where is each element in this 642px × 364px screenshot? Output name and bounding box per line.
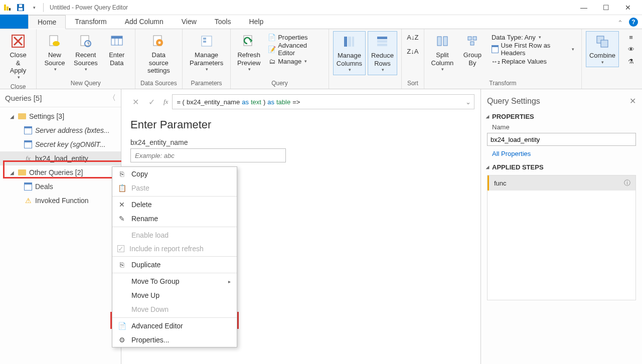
center-pane: ✕ ✓ fx = ( bx24_entity_name as text ) as… <box>121 89 480 364</box>
sort-desc-icon: Z↓A <box>409 47 417 55</box>
manage-button[interactable]: 🗂Manage <box>265 55 325 67</box>
svg-rect-32 <box>470 42 474 45</box>
flask-icon: ⚗ <box>627 57 635 65</box>
group-data-sources: Data source settings Data Sources <box>135 29 183 89</box>
svg-rect-2 <box>9 8 11 11</box>
step-func[interactable]: func ⓘ <box>488 175 635 191</box>
svg-rect-34 <box>601 40 608 47</box>
cm-move-up[interactable]: Move Up <box>112 288 237 302</box>
tools-tab[interactable]: Tools <box>206 15 240 29</box>
split-column-button[interactable]: Split Column <box>428 31 456 74</box>
new-source-icon <box>47 33 63 49</box>
query-settings-pane: Query Settings ✕ PROPERTIES Name All Pro… <box>480 89 642 364</box>
list-icon: ≡ <box>627 33 635 41</box>
ribbon: Close & Apply Close New Source Recent So… <box>0 29 642 89</box>
all-properties-link[interactable]: All Properties <box>487 147 636 159</box>
qat-dropdown[interactable] <box>28 2 39 13</box>
cm-move-to-group[interactable]: Move To Group▸ <box>112 274 237 288</box>
close-apply-button[interactable]: Close & Apply <box>4 31 32 82</box>
extra-btn-1[interactable]: ≡ <box>624 31 638 43</box>
cm-delete[interactable]: ✕Delete <box>112 198 237 212</box>
rows-icon <box>374 34 390 50</box>
sort-desc-button[interactable]: Z↓A <box>406 45 420 57</box>
extra-btn-3[interactable]: ⚗ <box>624 55 638 67</box>
properties-icon: ⚙ <box>117 335 126 344</box>
enter-parameter-title: Enter Parameter <box>130 118 471 131</box>
svg-rect-31 <box>473 37 476 40</box>
name-field[interactable] <box>487 133 636 146</box>
add-column-tab[interactable]: Add Column <box>116 15 173 29</box>
formula-dropdown[interactable]: ⌄ <box>465 98 471 106</box>
save-icon[interactable] <box>15 2 26 13</box>
queries-collapse[interactable]: 〈 <box>108 93 116 103</box>
folder-other-queries[interactable]: ◢Other Queries [2] <box>0 165 121 179</box>
replace-values-button[interactable]: ↔₂Replace Values <box>489 55 577 67</box>
step-info-icon[interactable]: ⓘ <box>624 178 630 188</box>
query-server-address[interactable]: Server address (bxtes... <box>0 123 121 137</box>
cm-enable-load: Enable load <box>112 228 237 242</box>
param-input[interactable] <box>130 148 286 162</box>
adv-editor-icon: 📄 <box>117 321 126 330</box>
group-query: Refresh Preview 📄Properties 📝Advanced Ed… <box>231 29 329 89</box>
columns-icon <box>341 34 357 50</box>
settings-header: Query Settings ✕ <box>487 93 636 109</box>
group-label-transform: Transform <box>428 79 577 88</box>
enter-data-button[interactable]: Enter Data <box>103 31 131 69</box>
headers-icon <box>492 45 499 53</box>
cm-duplicate[interactable]: ⎘Duplicate <box>112 258 237 272</box>
refresh-preview-button[interactable]: Refresh Preview <box>235 31 263 74</box>
svg-rect-0 <box>4 5 6 11</box>
maximize-button[interactable]: ☐ <box>595 1 617 15</box>
warning-icon: ⚠ <box>24 197 32 205</box>
reduce-rows-button[interactable]: Reduce Rows <box>368 31 397 75</box>
formula-accept[interactable]: ✓ <box>143 94 159 109</box>
copy-icon: ⎘ <box>117 169 126 178</box>
svg-rect-19 <box>203 38 206 40</box>
settings-close[interactable]: ✕ <box>629 96 636 106</box>
ribbon-tabstrip: Home Transform Add Column View Tools Hel… <box>0 15 642 29</box>
query-secret-key[interactable]: Secret key (sgON6lT... <box>0 137 121 151</box>
sort-asc-button[interactable]: A↓Z <box>406 31 420 43</box>
formula-input[interactable]: = ( bx24_entity_name as text ) as table … <box>172 94 474 109</box>
manage-columns-button[interactable]: Manage Columns <box>333 31 366 75</box>
cm-copy[interactable]: ⎘Copy <box>112 167 237 181</box>
recent-sources-button[interactable]: Recent Sources <box>71 31 101 74</box>
cm-properties[interactable]: ⚙Properties... <box>112 333 237 347</box>
param-icon <box>24 126 32 134</box>
combine-button[interactable]: Combine <box>586 31 619 67</box>
cm-advanced-editor[interactable]: 📄Advanced Editor <box>112 319 237 333</box>
parameters-icon <box>199 33 215 49</box>
group-manage-cols: Manage Columns Reduce Rows <box>329 29 402 89</box>
param-label: bx24_entity_name <box>130 138 471 146</box>
name-label: Name <box>487 122 636 132</box>
ribbon-collapse[interactable]: ⌃ <box>613 17 627 29</box>
query-deals[interactable]: Deals <box>0 179 121 194</box>
folder-settings[interactable]: ◢Settings [3] <box>0 109 121 123</box>
manage-parameters-button[interactable]: Manage Parameters <box>187 31 226 74</box>
home-tab[interactable]: Home <box>28 15 66 29</box>
cm-move-down: Move Down <box>112 302 237 316</box>
formula-cancel[interactable]: ✕ <box>127 94 143 109</box>
advanced-editor-button[interactable]: 📝Advanced Editor <box>265 43 325 55</box>
query-bx24-load-entity[interactable]: fxbx24_load_entity <box>0 151 121 165</box>
group-by-button[interactable]: Group By <box>458 31 487 69</box>
minimize-button[interactable]: — <box>573 1 595 15</box>
fx-icon: fx <box>24 154 32 162</box>
group-parameters: Manage Parameters Parameters <box>183 29 231 89</box>
close-button[interactable]: ✕ <box>617 1 639 15</box>
query-invoked-function[interactable]: ⚠Invoked Function <box>0 194 121 208</box>
file-tab[interactable] <box>0 15 28 29</box>
view-tab[interactable]: View <box>173 15 206 29</box>
cm-rename[interactable]: ✎Rename <box>112 212 237 226</box>
paste-icon: 📋 <box>117 184 126 193</box>
data-source-settings-button[interactable]: Data source settings <box>139 31 178 77</box>
first-row-headers-button[interactable]: Use First Row as Headers <box>489 43 577 55</box>
svg-rect-29 <box>443 37 447 46</box>
new-source-button[interactable]: New Source <box>41 31 69 74</box>
transform-tab[interactable]: Transform <box>66 15 115 29</box>
help-tab[interactable]: Help <box>240 15 272 29</box>
help-icon[interactable]: ? <box>629 18 638 27</box>
fx-label: fx <box>159 98 172 106</box>
extra-btn-2[interactable]: 👁 <box>624 43 638 55</box>
group-transform: Split Column Group By Data Type: Any Use… <box>424 29 582 89</box>
